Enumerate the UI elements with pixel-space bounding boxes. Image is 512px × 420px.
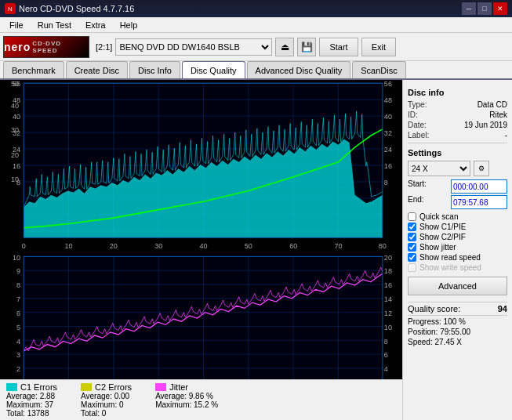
svg-text:20: 20 [11, 150, 19, 158]
maximize-button[interactable]: □ [478, 2, 492, 15]
svg-text:56: 56 [384, 80, 392, 88]
show-read-speed-row: Show read speed [408, 253, 507, 262]
svg-text:50: 50 [245, 242, 252, 250]
c1-max-label: Maximum: [6, 400, 42, 409]
svg-text:48: 48 [384, 96, 392, 104]
quality-score-row: Quality score: 94 [408, 304, 507, 313]
show-jitter-checkbox[interactable] [408, 243, 416, 252]
c2-avg-value: 0.00 [114, 392, 129, 400]
jitter-avg-row: Average: 9.86 % [155, 392, 218, 400]
show-read-speed-checkbox[interactable] [408, 253, 416, 262]
c1-stat-group: C1 Errors Average: 2.88 Maximum: 37 Tota… [6, 382, 57, 418]
tab-advanced-disc-quality[interactable]: Advanced Disc Quality [247, 61, 351, 78]
speed-setting-row: 24 X 8 X 16 X 32 X 40 X 48 X Max ⚙ [408, 161, 507, 176]
position-value: 79:55.00 [440, 328, 470, 336]
settings-title: Settings [408, 148, 507, 158]
show-jitter-label[interactable]: Show jitter [419, 243, 456, 252]
quick-scan-label[interactable]: Quick scan [419, 212, 458, 221]
show-c1-pie-checkbox[interactable] [408, 223, 416, 231]
svg-text:40: 40 [199, 242, 207, 250]
c1-total-row: Total: 13788 [6, 409, 57, 418]
svg-text:70: 70 [334, 242, 342, 250]
tab-disc-info[interactable]: Disc Info [129, 61, 180, 78]
disc-id-value: Ritek [489, 110, 507, 119]
svg-text:10: 10 [64, 242, 72, 250]
tab-bar: Benchmark Create Disc Disc Info Disc Qua… [0, 61, 512, 80]
c1-total-label: Total: [6, 409, 25, 418]
svg-text:3: 3 [16, 351, 20, 359]
end-input[interactable] [451, 195, 507, 209]
c1-label-row: C1 Errors [6, 382, 57, 392]
c2-total-label: Total: [81, 409, 100, 418]
disc-label-row: Label: - [408, 131, 507, 139]
exit-button[interactable]: Exit [361, 38, 396, 56]
save-button[interactable]: 💾 [297, 38, 316, 56]
tab-benchmark[interactable]: Benchmark [3, 61, 64, 78]
show-write-speed-row: Show write speed [408, 263, 507, 272]
c1-avg-label: Average: [6, 392, 38, 400]
c1-max-value: 37 [45, 400, 53, 409]
svg-text:16: 16 [384, 162, 392, 170]
show-jitter-row: Show jitter [408, 243, 507, 252]
titlebar-left: N Nero CD-DVD Speed 4.7.7.16 [5, 3, 134, 14]
tab-scandisc[interactable]: ScanDisc [352, 61, 405, 78]
svg-text:5: 5 [16, 324, 20, 331]
svg-text:32: 32 [384, 129, 392, 137]
quality-score-label: Quality score: [408, 304, 460, 313]
svg-text:6: 6 [384, 351, 388, 359]
svg-text:8: 8 [384, 337, 388, 345]
stats-bar: C1 Errors Average: 2.88 Maximum: 37 Tota… [0, 379, 402, 420]
jitter-max-row: Maximum: 15.2 % [155, 400, 218, 409]
speed-selector[interactable]: 24 X 8 X 16 X 32 X 40 X 48 X Max [408, 161, 470, 176]
tab-create-disc[interactable]: Create Disc [66, 61, 128, 78]
close-button[interactable]: ✕ [493, 2, 507, 15]
main-content: 56 48 40 32 24 16 8 56 48 40 32 24 16 8 … [0, 80, 512, 420]
speed-value: 27.45 X [434, 338, 461, 346]
start-input[interactable] [451, 179, 507, 194]
svg-text:0: 0 [22, 242, 26, 250]
show-c2-pif-checkbox[interactable] [408, 233, 416, 241]
start-row: Start: [408, 179, 507, 194]
jitter-max-value: 15.2 % [194, 400, 218, 409]
jitter-avg-value: 9.86 % [189, 392, 213, 400]
c2-label: C2 Errors [95, 382, 132, 392]
titlebar-controls[interactable]: ─ □ ✕ [462, 2, 507, 15]
menu-run-test[interactable]: Run Test [31, 19, 78, 31]
svg-text:20: 20 [384, 253, 392, 261]
chart-wrapper: 56 48 40 32 24 16 8 56 48 40 32 24 16 8 … [0, 80, 402, 420]
show-write-speed-checkbox[interactable] [408, 263, 416, 272]
c2-total-value: 0 [102, 409, 107, 418]
start-button[interactable]: Start [319, 38, 358, 56]
quick-scan-checkbox[interactable] [408, 212, 416, 221]
menu-bar: File Run Test Extra Help [0, 17, 512, 33]
position-row: Position: 79:55.00 [408, 328, 507, 336]
speed-config-button[interactable]: ⚙ [474, 161, 489, 176]
show-read-speed-label[interactable]: Show read speed [419, 253, 481, 262]
show-c1-pie-row: Show C1/PIE [408, 223, 507, 231]
show-c2-pif-row: Show C2/PIF [408, 233, 507, 241]
right-panel: Disc info Type: Data CD ID: Ritek Date: … [402, 80, 512, 420]
menu-extra[interactable]: Extra [79, 19, 112, 31]
jitter-stat-group: Jitter Average: 9.86 % Maximum: 15.2 % [155, 382, 218, 418]
show-c1-pie-label[interactable]: Show C1/PIE [419, 223, 466, 231]
svg-text:60: 60 [289, 242, 297, 250]
svg-text:30: 30 [11, 126, 19, 134]
advanced-button[interactable]: Advanced [408, 277, 507, 295]
start-label: Start: [408, 179, 427, 194]
app-title: Nero CD-DVD Speed 4.7.7.16 [19, 4, 134, 13]
svg-text:8: 8 [384, 179, 388, 186]
show-c2-pif-label[interactable]: Show C2/PIF [419, 233, 466, 241]
minimize-button[interactable]: ─ [462, 2, 476, 15]
svg-text:14: 14 [384, 295, 392, 303]
end-row: End: [408, 195, 507, 209]
drive-selector[interactable]: BENQ DVD DD DW1640 BSLB [115, 38, 272, 56]
c2-max-row: Maximum: 0 [81, 400, 132, 409]
menu-help[interactable]: Help [114, 19, 144, 31]
svg-text:2: 2 [16, 365, 20, 373]
app-icon: N [5, 3, 16, 14]
eject-button[interactable]: ⏏ [275, 38, 294, 56]
jitter-label: Jitter [169, 382, 188, 392]
nero-logo: nero CD·DVD SPEED [3, 36, 89, 58]
tab-disc-quality[interactable]: Disc Quality [182, 61, 245, 78]
menu-file[interactable]: File [3, 19, 30, 31]
